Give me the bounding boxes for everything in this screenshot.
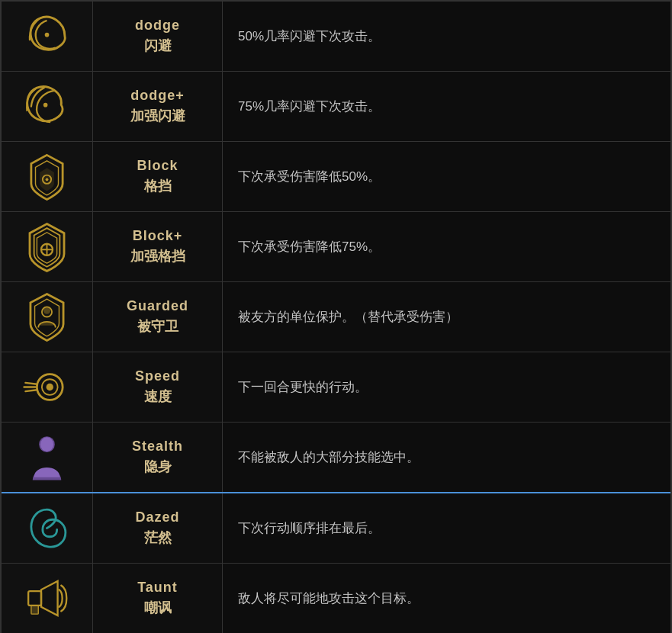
svg-point-9 bbox=[47, 384, 53, 390]
row-taunt: Taunt 嘲讽 敌人将尽可能地攻击这个目标。 bbox=[2, 564, 670, 633]
desc-text-speed: 下一回合更快的行动。 bbox=[238, 377, 368, 397]
name-cell-guarded: Guarded 被守卫 bbox=[93, 282, 223, 352]
name-zh-guarded: 被守卫 bbox=[137, 317, 178, 336]
name-cell-speed: Speed 速度 bbox=[93, 352, 223, 422]
name-cell-taunt: Taunt 嘲讽 bbox=[93, 564, 223, 633]
name-zh-stealth: 隐身 bbox=[144, 458, 172, 476]
name-en-block-plus: Block+ bbox=[133, 228, 183, 244]
row-guarded: Guarded 被守卫 被友方的单位保护。（替代承受伤害） bbox=[2, 282, 670, 352]
name-cell-block-plus: Block+ 加强格挡 bbox=[93, 212, 223, 281]
dodge-plus-icon bbox=[18, 78, 76, 135]
desc-cell-dodge-plus: 75%几率闪避下次攻击。 bbox=[223, 72, 670, 141]
block-plus-icon bbox=[18, 218, 76, 275]
dazed-icon bbox=[18, 500, 76, 557]
desc-text-dodge: 50%几率闪避下次攻击。 bbox=[238, 26, 381, 47]
desc-cell-dazed: 下次行动顺序排在最后。 bbox=[223, 493, 670, 563]
status-effects-table: dodge 闪避 50%几率闪避下次攻击。 dodge+ 加强闪避 75%几率闪… bbox=[0, 0, 672, 633]
svg-rect-16 bbox=[31, 606, 38, 614]
name-en-speed: Speed bbox=[135, 368, 180, 384]
name-cell-dazed: Dazed 茫然 bbox=[93, 493, 223, 563]
icon-cell-block-plus bbox=[2, 212, 93, 281]
icon-cell-speed bbox=[2, 352, 93, 422]
name-zh-block-plus: 加强格挡 bbox=[130, 247, 185, 265]
icon-cell-taunt bbox=[2, 564, 93, 633]
row-block: Block 格挡 下次承受伤害降低50%。 bbox=[2, 142, 670, 212]
name-zh-speed: 速度 bbox=[144, 387, 172, 406]
svg-point-14 bbox=[40, 437, 53, 451]
name-en-stealth: Stealth bbox=[132, 439, 183, 455]
name-en-dodge: dodge bbox=[135, 18, 180, 34]
desc-text-dazed: 下次行动顺序排在最后。 bbox=[238, 518, 381, 538]
name-en-block: Block bbox=[137, 158, 178, 174]
name-cell-dodge-plus: dodge+ 加强闪避 bbox=[93, 72, 223, 141]
desc-text-guarded: 被友方的单位保护。（替代承受伤害） bbox=[238, 307, 458, 327]
name-cell-stealth: Stealth 隐身 bbox=[93, 423, 223, 492]
desc-cell-speed: 下一回合更快的行动。 bbox=[223, 352, 670, 422]
desc-text-dodge-plus: 75%几率闪避下次攻击。 bbox=[238, 96, 381, 117]
name-cell-dodge: dodge 闪避 bbox=[93, 2, 223, 71]
desc-cell-stealth: 不能被敌人的大部分技能选中。 bbox=[223, 423, 670, 492]
speed-icon bbox=[18, 358, 76, 416]
row-block-plus: Block+ 加强格挡 下次承受伤害降低75%。 bbox=[2, 212, 670, 282]
svg-line-10 bbox=[25, 383, 37, 384]
block-icon bbox=[18, 148, 76, 205]
name-en-guarded: Guarded bbox=[127, 298, 188, 314]
desc-text-block: 下次承受伤害降低50%。 bbox=[238, 166, 381, 187]
stealth-icon bbox=[18, 429, 76, 486]
svg-point-3 bbox=[46, 178, 49, 181]
desc-cell-block-plus: 下次承受伤害降低75%。 bbox=[223, 212, 670, 281]
row-stealth: Stealth 隐身 不能被敌人的大部分技能选中。 bbox=[2, 423, 670, 493]
dodge-icon bbox=[18, 8, 76, 65]
desc-cell-guarded: 被友方的单位保护。（替代承受伤害） bbox=[223, 282, 670, 352]
name-zh-dodge: 闪避 bbox=[144, 37, 172, 55]
icon-cell-stealth bbox=[2, 423, 93, 492]
icon-cell-guarded bbox=[2, 282, 93, 352]
name-zh-taunt: 嘲讽 bbox=[144, 599, 172, 617]
row-dodge-plus: dodge+ 加强闪避 75%几率闪避下次攻击。 bbox=[2, 72, 670, 142]
guarded-icon bbox=[18, 288, 76, 345]
desc-text-taunt: 敌人将尽可能地攻击这个目标。 bbox=[238, 588, 420, 609]
row-dodge: dodge 闪避 50%几率闪避下次攻击。 bbox=[2, 2, 670, 72]
svg-rect-15 bbox=[28, 591, 41, 606]
svg-point-1 bbox=[43, 103, 48, 108]
desc-cell-taunt: 敌人将尽可能地攻击这个目标。 bbox=[223, 564, 670, 633]
name-zh-block: 格挡 bbox=[144, 177, 172, 195]
desc-cell-dodge: 50%几率闪避下次攻击。 bbox=[223, 2, 670, 71]
name-cell-block: Block 格挡 bbox=[93, 142, 223, 211]
desc-cell-block: 下次承受伤害降低50%。 bbox=[223, 142, 670, 211]
taunt-icon bbox=[18, 570, 76, 627]
svg-point-0 bbox=[45, 33, 50, 37]
name-zh-dodge-plus: 加强闪避 bbox=[130, 107, 185, 125]
svg-line-12 bbox=[25, 390, 37, 391]
name-en-dodge-plus: dodge+ bbox=[130, 88, 185, 104]
desc-text-block-plus: 下次承受伤害降低75%。 bbox=[238, 236, 381, 257]
name-en-taunt: Taunt bbox=[137, 580, 178, 596]
name-en-dazed: Dazed bbox=[135, 509, 179, 525]
row-speed: Speed 速度 下一回合更快的行动。 bbox=[2, 352, 670, 423]
icon-cell-block bbox=[2, 142, 93, 211]
icon-cell-dazed bbox=[2, 493, 93, 563]
icon-cell-dodge-plus bbox=[2, 72, 93, 141]
svg-point-6 bbox=[43, 307, 50, 313]
icon-cell-dodge bbox=[2, 2, 93, 71]
desc-text-stealth: 不能被敌人的大部分技能选中。 bbox=[238, 447, 420, 468]
name-zh-dazed: 茫然 bbox=[144, 529, 172, 547]
row-dazed: Dazed 茫然 下次行动顺序排在最后。 bbox=[2, 493, 670, 564]
